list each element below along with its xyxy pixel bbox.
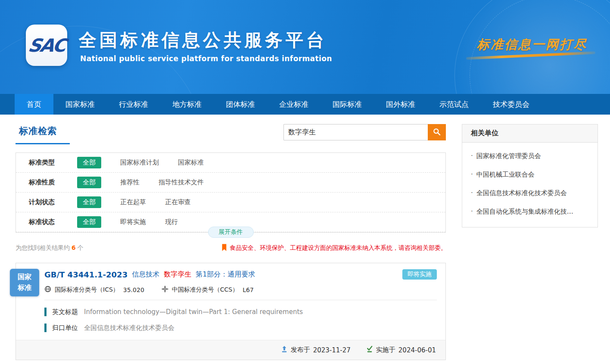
related-unit-item-automation-committee[interactable]: ·全国自动化系统与集成标准化技… xyxy=(471,202,589,221)
filter-all-button[interactable]: 全部 xyxy=(77,157,101,168)
related-units-panel: 相关单位 ·国家标准化管理委员会 ·中国机械工业联合会 ·全国信息技术标准化技术… xyxy=(462,124,598,227)
publish-date: 2023-11-27 xyxy=(313,346,351,354)
nav-item-pilot-programs[interactable]: 示范试点 xyxy=(427,94,481,115)
related-unit-item-sac[interactable]: ·国家标准化管理委员会 xyxy=(471,147,589,165)
nav-item-national-standards[interactable]: 国家标准 xyxy=(53,94,107,115)
filter-option[interactable]: 即将实施 xyxy=(120,218,146,226)
nav-item-industry-standards[interactable]: 行业标准 xyxy=(107,94,160,115)
standard-code-link[interactable]: GB/T 43441.1-2023 xyxy=(44,270,128,279)
upload-icon xyxy=(281,345,288,355)
results-meta-row: 为您找到相关结果约6个 食品安全、环境保护、工程建设方面的国家标准未纳入本系统，… xyxy=(16,244,447,252)
nav-item-local-standards[interactable]: 地方标准 xyxy=(160,94,214,115)
related-units-title: 相关单位 xyxy=(462,124,598,143)
detail-value: 全国信息技术标准化技术委员会 xyxy=(84,324,174,332)
card-main: GB/T 43441.1-2023 信息技术 数字孪生 第1部分：通用要求 即将… xyxy=(16,263,445,332)
implement-date-item: 实施于 2024-06-01 xyxy=(366,345,436,355)
standard-title-pre[interactable]: 信息技术 xyxy=(132,270,159,279)
nav-item-foreign-standards[interactable]: 国外标准 xyxy=(374,94,427,115)
related-unit-item-machinery[interactable]: ·中国机械工业联合会 xyxy=(471,165,589,184)
filter-label: 标准类型 xyxy=(29,159,65,167)
filter-all-button[interactable]: 全部 xyxy=(77,196,101,208)
search-icon xyxy=(433,128,441,137)
standard-result-card: 国家标准 GB/T 43441.1-2023 信息技术 数字孪生 第1部分：通用… xyxy=(16,263,446,360)
search-input[interactable] xyxy=(283,124,428,140)
filter-panel: 标准类型 全部 国家标准计划 国家标准 标准性质 全部 推荐性 指导性技术文件 … xyxy=(16,152,446,233)
nav-item-group-standards[interactable]: 团体标准 xyxy=(214,94,267,115)
bullet: · xyxy=(471,171,473,178)
standard-title-post[interactable]: 第1部分：通用要求 xyxy=(196,270,255,279)
detail-label: 英文标题 xyxy=(52,308,78,316)
compass-icon xyxy=(162,286,172,294)
globe-icon xyxy=(44,286,55,294)
nav-item-enterprise-standards[interactable]: 企业标准 xyxy=(267,94,321,115)
notice-text: 食品安全、环境保护、工程建设方面的国家标准未纳入本系统，请咨询相关部委。 xyxy=(230,244,447,252)
nav-item-home[interactable]: 首页 xyxy=(15,94,53,115)
filter-option[interactable]: 推荐性 xyxy=(120,178,140,187)
related-unit-label: 中国机械工业联合会 xyxy=(476,171,535,178)
classification-line: 国际标准分类号（ICS） 35.020 中国标准分类号（CCS） L67 xyxy=(44,286,437,294)
section-title: 标准检索 xyxy=(16,124,70,144)
detail-value: Information technology—Digital twin—Part… xyxy=(84,308,303,316)
filter-label: 标准状态 xyxy=(29,218,65,226)
nav-item-technical-committees[interactable]: 技术委员会 xyxy=(481,94,542,115)
standard-type-badge-text: 国家标准 xyxy=(17,272,32,293)
filter-option[interactable]: 正在起草 xyxy=(120,198,146,206)
ccs-label: 中国标准分类号（CCS） xyxy=(172,286,238,294)
implement-date: 2024-06-01 xyxy=(398,346,436,354)
filter-label: 计划状态 xyxy=(29,198,65,206)
bullet: · xyxy=(471,189,473,197)
filter-option[interactable]: 现行 xyxy=(165,218,178,226)
related-unit-label: 全国自动化系统与集成标准化技… xyxy=(476,208,573,215)
check-icon xyxy=(366,345,373,355)
sac-logo[interactable]: SAC xyxy=(26,25,67,66)
teal-bar-decoration xyxy=(44,308,47,316)
ccs-value: L67 xyxy=(243,286,254,293)
standard-type-badge: 国家标准 xyxy=(10,269,39,296)
filter-row-standard-type: 标准类型 全部 国家标准计划 国家标准 xyxy=(16,153,445,173)
authority-row: 归口单位 全国信息技术标准化技术委员会 xyxy=(44,324,437,332)
main-nav: 首页 国家标准 行业标准 地方标准 团体标准 企业标准 国际标准 国外标准 示范… xyxy=(0,94,610,115)
site-header: SAC 全国标准信息公共服务平台 National public service… xyxy=(0,0,610,94)
search-bar xyxy=(283,124,446,140)
publish-label: 发布于 xyxy=(291,346,310,354)
standard-title-highlight[interactable]: 数字孪生 xyxy=(164,270,191,279)
site-subtitle: National public service platform for sta… xyxy=(80,54,332,63)
related-unit-label: 国家标准化管理委员会 xyxy=(476,152,541,160)
expand-conditions-button[interactable]: 展开条件 xyxy=(208,227,254,238)
result-count-suffix: 个 xyxy=(78,244,84,251)
teal-bar-decoration xyxy=(44,324,47,332)
ics-value: 35.020 xyxy=(123,286,144,293)
related-unit-label: 全国信息技术标准化技术委员会 xyxy=(476,189,567,197)
filter-all-button[interactable]: 全部 xyxy=(77,216,101,228)
publish-date-item: 发布于 2023-11-27 xyxy=(281,345,351,355)
nav-item-international-standards[interactable]: 国际标准 xyxy=(321,94,374,115)
filter-option[interactable]: 国家标准计划 xyxy=(120,159,159,167)
filter-row-plan-status: 计划状态 全部 正在起草 正在审查 xyxy=(16,193,445,212)
standard-title-line: GB/T 43441.1-2023 信息技术 数字孪生 第1部分：通用要求 即将… xyxy=(44,269,437,280)
card-divider xyxy=(44,300,437,300)
system-notice: 食品安全、环境保护、工程建设方面的国家标准未纳入本系统，请咨询相关部委。 xyxy=(221,244,447,252)
english-title-row: 英文标题 Information technology—Digital twin… xyxy=(44,308,437,316)
filter-option[interactable]: 国家标准 xyxy=(178,159,204,167)
card-footer: 发布于 2023-11-27 实施于 2024-06-01 xyxy=(16,340,445,360)
filter-all-button[interactable]: 全部 xyxy=(77,177,101,188)
ics-label: 国际标准分类号（ICS） xyxy=(55,286,119,294)
status-badge: 即将实施 xyxy=(402,269,437,280)
filter-option[interactable]: 正在审查 xyxy=(165,198,191,206)
bookmark-icon xyxy=(221,244,227,252)
sac-logo-text: SAC xyxy=(26,35,66,56)
filter-label: 标准性质 xyxy=(29,178,65,187)
detail-label: 归口单位 xyxy=(52,324,78,332)
search-section: 标准检索 xyxy=(16,124,447,151)
site-title: 全国标准信息公共服务平台 xyxy=(79,28,327,52)
filter-option[interactable]: 指导性技术文件 xyxy=(159,178,204,187)
search-button[interactable] xyxy=(428,124,446,140)
related-unit-item-it-committee[interactable]: ·全国信息技术标准化技术委员会 xyxy=(471,184,589,202)
site-slogan: 标准信息一网打尽 xyxy=(466,36,598,53)
bullet: · xyxy=(471,152,473,160)
result-count-number: 6 xyxy=(72,244,76,251)
related-units-list: ·国家标准化管理委员会 ·中国机械工业联合会 ·全国信息技术标准化技术委员会 ·… xyxy=(462,143,598,227)
filter-row-standard-nature: 标准性质 全部 推荐性 指导性技术文件 xyxy=(16,173,445,193)
result-count: 为您找到相关结果约6个 xyxy=(16,244,84,252)
bullet: · xyxy=(471,208,473,215)
